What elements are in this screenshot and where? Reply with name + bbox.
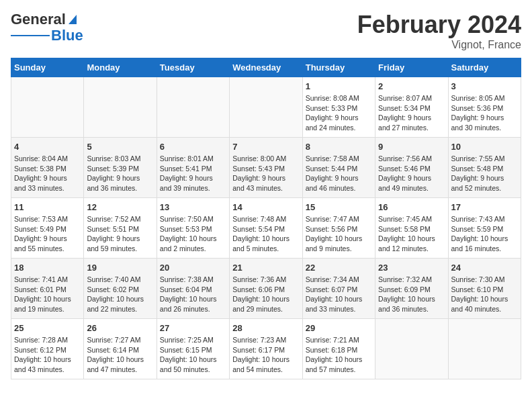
calendar-cell [230, 77, 302, 138]
day-number: 5 [87, 142, 153, 152]
calendar-week-row: 11Sunrise: 7:53 AM Sunset: 5:49 PM Dayli… [11, 198, 521, 259]
day-number: 2 [378, 81, 445, 91]
day-number: 13 [160, 202, 226, 212]
weekday-header: Saturday [448, 58, 521, 77]
weekday-header: Friday [375, 58, 448, 77]
day-info: Sunrise: 7:40 AM Sunset: 6:02 PM Dayligh… [87, 275, 153, 314]
calendar-cell: 11Sunrise: 7:53 AM Sunset: 5:49 PM Dayli… [11, 198, 84, 259]
day-number: 15 [306, 202, 372, 212]
day-info: Sunrise: 8:03 AM Sunset: 5:39 PM Dayligh… [87, 154, 153, 193]
day-info: Sunrise: 8:04 AM Sunset: 5:38 PM Dayligh… [14, 154, 81, 193]
month-title: February 2024 [357, 11, 521, 39]
day-number: 27 [160, 323, 226, 333]
calendar-cell: 17Sunrise: 7:43 AM Sunset: 5:59 PM Dayli… [448, 198, 521, 259]
day-number: 6 [160, 142, 226, 152]
calendar-cell [157, 77, 229, 138]
calendar-cell: 28Sunrise: 7:23 AM Sunset: 6:17 PM Dayli… [230, 319, 302, 379]
calendar-cell: 15Sunrise: 7:47 AM Sunset: 5:56 PM Dayli… [302, 198, 375, 259]
calendar-cell: 13Sunrise: 7:50 AM Sunset: 5:53 PM Dayli… [157, 198, 229, 259]
day-number: 10 [451, 142, 518, 152]
calendar-cell: 6Sunrise: 8:01 AM Sunset: 5:41 PM Daylig… [157, 138, 229, 198]
day-info: Sunrise: 7:47 AM Sunset: 5:56 PM Dayligh… [306, 214, 372, 254]
calendar-cell: 24Sunrise: 7:30 AM Sunset: 6:10 PM Dayli… [448, 259, 521, 319]
day-number: 21 [232, 263, 299, 273]
header: General Blue February 2024 Vignot, Franc… [11, 11, 521, 51]
day-number: 28 [232, 323, 299, 333]
day-number: 1 [306, 81, 372, 91]
day-info: Sunrise: 7:50 AM Sunset: 5:53 PM Dayligh… [160, 214, 226, 254]
calendar-cell: 1Sunrise: 8:08 AM Sunset: 5:33 PM Daylig… [302, 77, 375, 138]
weekday-header: Wednesday [230, 58, 302, 77]
day-number: 26 [87, 323, 153, 333]
day-number: 20 [160, 263, 226, 273]
day-number: 16 [378, 202, 445, 212]
day-info: Sunrise: 7:58 AM Sunset: 5:44 PM Dayligh… [306, 154, 372, 193]
day-info: Sunrise: 7:34 AM Sunset: 6:07 PM Dayligh… [306, 275, 372, 314]
day-number: 12 [87, 202, 153, 212]
day-number: 14 [232, 202, 299, 212]
day-info: Sunrise: 7:30 AM Sunset: 6:10 PM Dayligh… [451, 275, 518, 314]
calendar-cell [375, 319, 448, 379]
calendar-cell: 16Sunrise: 7:45 AM Sunset: 5:58 PM Dayli… [375, 198, 448, 259]
day-info: Sunrise: 7:53 AM Sunset: 5:49 PM Dayligh… [14, 214, 81, 254]
day-number: 29 [306, 323, 372, 333]
calendar-cell: 27Sunrise: 7:25 AM Sunset: 6:15 PM Dayli… [157, 319, 229, 379]
calendar-cell: 10Sunrise: 7:55 AM Sunset: 5:48 PM Dayli… [448, 138, 521, 198]
day-number: 18 [14, 263, 81, 273]
calendar-cell: 2Sunrise: 8:07 AM Sunset: 5:34 PM Daylig… [375, 77, 448, 138]
calendar-week-row: 18Sunrise: 7:41 AM Sunset: 6:01 PM Dayli… [11, 259, 521, 319]
calendar-cell: 12Sunrise: 7:52 AM Sunset: 5:51 PM Dayli… [84, 198, 157, 259]
day-number: 8 [306, 142, 372, 152]
day-info: Sunrise: 8:05 AM Sunset: 5:36 PM Dayligh… [451, 93, 518, 133]
day-number: 25 [14, 323, 81, 333]
day-info: Sunrise: 8:00 AM Sunset: 5:43 PM Dayligh… [232, 154, 299, 193]
day-info: Sunrise: 7:32 AM Sunset: 6:09 PM Dayligh… [378, 275, 445, 314]
calendar-cell: 20Sunrise: 7:38 AM Sunset: 6:04 PM Dayli… [157, 259, 229, 319]
calendar-cell: 22Sunrise: 7:34 AM Sunset: 6:07 PM Dayli… [302, 259, 375, 319]
day-info: Sunrise: 7:27 AM Sunset: 6:14 PM Dayligh… [87, 335, 153, 375]
calendar-cell: 7Sunrise: 8:00 AM Sunset: 5:43 PM Daylig… [230, 138, 302, 198]
logo: General Blue [11, 11, 83, 44]
day-info: Sunrise: 7:23 AM Sunset: 6:17 PM Dayligh… [232, 335, 299, 375]
calendar-cell: 23Sunrise: 7:32 AM Sunset: 6:09 PM Dayli… [375, 259, 448, 319]
day-info: Sunrise: 7:28 AM Sunset: 6:12 PM Dayligh… [14, 335, 81, 375]
calendar-cell: 19Sunrise: 7:40 AM Sunset: 6:02 PM Dayli… [84, 259, 157, 319]
day-info: Sunrise: 8:07 AM Sunset: 5:34 PM Dayligh… [378, 93, 445, 133]
day-info: Sunrise: 7:38 AM Sunset: 6:04 PM Dayligh… [160, 275, 226, 314]
day-number: 9 [378, 142, 445, 152]
day-info: Sunrise: 7:52 AM Sunset: 5:51 PM Dayligh… [87, 214, 153, 254]
calendar-cell: 25Sunrise: 7:28 AM Sunset: 6:12 PM Dayli… [11, 319, 84, 379]
calendar-week-row: 4Sunrise: 8:04 AM Sunset: 5:38 PM Daylig… [11, 138, 521, 198]
day-number: 17 [451, 202, 518, 212]
calendar-cell: 5Sunrise: 8:03 AM Sunset: 5:39 PM Daylig… [84, 138, 157, 198]
day-number: 24 [451, 263, 518, 273]
day-number: 3 [451, 81, 518, 91]
calendar-cell [11, 77, 84, 138]
logo-blue-text: Blue [51, 27, 83, 44]
calendar-cell [448, 319, 521, 379]
calendar-cell: 14Sunrise: 7:48 AM Sunset: 5:54 PM Dayli… [230, 198, 302, 259]
day-info: Sunrise: 7:36 AM Sunset: 6:06 PM Dayligh… [232, 275, 299, 314]
calendar-cell: 3Sunrise: 8:05 AM Sunset: 5:36 PM Daylig… [448, 77, 521, 138]
day-number: 11 [14, 202, 81, 212]
day-info: Sunrise: 7:43 AM Sunset: 5:59 PM Dayligh… [451, 214, 518, 254]
calendar-cell: 21Sunrise: 7:36 AM Sunset: 6:06 PM Dayli… [230, 259, 302, 319]
day-info: Sunrise: 7:45 AM Sunset: 5:58 PM Dayligh… [378, 214, 445, 254]
calendar-week-row: 1Sunrise: 8:08 AM Sunset: 5:33 PM Daylig… [11, 77, 521, 138]
weekday-header: Monday [84, 58, 157, 77]
day-info: Sunrise: 8:01 AM Sunset: 5:41 PM Dayligh… [160, 154, 226, 193]
day-number: 7 [232, 142, 299, 152]
title-section: February 2024 Vignot, France [357, 11, 521, 51]
day-info: Sunrise: 8:08 AM Sunset: 5:33 PM Dayligh… [306, 93, 372, 133]
day-number: 23 [378, 263, 445, 273]
weekday-header: Tuesday [157, 58, 229, 77]
logo-general-text: General [11, 11, 66, 28]
calendar-cell: 18Sunrise: 7:41 AM Sunset: 6:01 PM Dayli… [11, 259, 84, 319]
calendar-cell: 9Sunrise: 7:56 AM Sunset: 5:46 PM Daylig… [375, 138, 448, 198]
day-info: Sunrise: 7:25 AM Sunset: 6:15 PM Dayligh… [160, 335, 226, 375]
header-row: SundayMondayTuesdayWednesdayThursdayFrid… [11, 58, 521, 77]
calendar-cell [84, 77, 157, 138]
calendar-table: SundayMondayTuesdayWednesdayThursdayFrid… [11, 58, 521, 379]
day-info: Sunrise: 7:55 AM Sunset: 5:48 PM Dayligh… [451, 154, 518, 193]
calendar-cell: 8Sunrise: 7:58 AM Sunset: 5:44 PM Daylig… [302, 138, 375, 198]
